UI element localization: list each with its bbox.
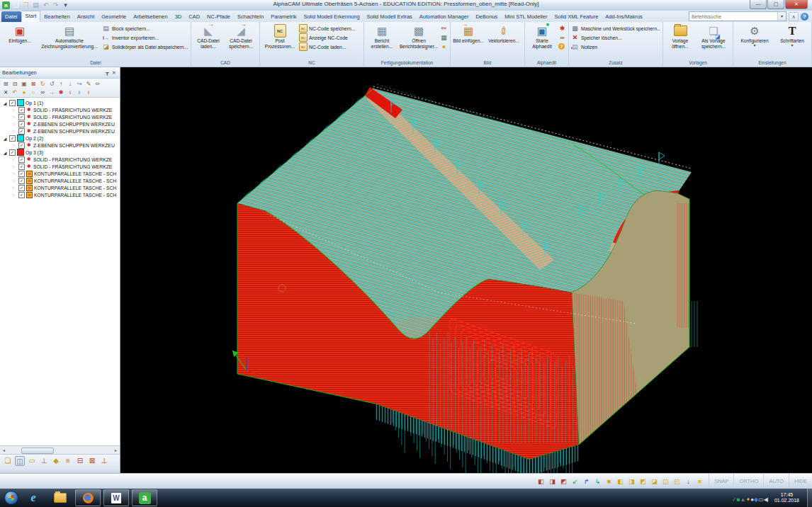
simulate-icon[interactable]: ▣ [20, 80, 28, 88]
checkbox[interactable] [9, 149, 16, 156]
view-top-icon[interactable]: ◧ [536, 477, 546, 486]
paste-button[interactable]: Einfügen... [3, 23, 37, 59]
numbers-icon[interactable]: ≡ [63, 456, 73, 466]
expander-icon[interactable]: ▷ [11, 186, 17, 190]
tool-display-icon[interactable]: ◆ [51, 456, 61, 466]
refresh-icon[interactable]: ↺ [47, 80, 56, 88]
expander-icon[interactable]: ▷ [11, 171, 17, 176]
show-desktop-button[interactable] [807, 489, 812, 507]
checkbox[interactable] [9, 100, 16, 106]
tree-operation-row[interactable]: ▷SOLID - FRÄSRICHTUNG WERKZE [0, 113, 120, 120]
tree-operation-row[interactable]: ▷KONTURPARALLELE TASCHE - SCH [0, 170, 120, 177]
tree-operation-row[interactable]: ▷SOLID - FRÄSRICHTUNG WERKZE [0, 163, 120, 170]
cube-side-icon[interactable]: ◩ [638, 477, 648, 486]
search-dropdown-icon[interactable] [777, 12, 786, 21]
tree-operation-row[interactable]: ▷KONTURPARALLELE TASCHE - SCH [0, 191, 120, 198]
undo-icon[interactable]: ↶ [11, 89, 19, 96]
edit-report-icon[interactable] [440, 25, 448, 33]
cad-save-button[interactable]: CAD-Datei speichern... [225, 23, 257, 59]
tree-op-row[interactable]: ◢Op 1 (1) [0, 99, 120, 106]
plane-icon[interactable]: ■ [695, 477, 704, 486]
delete-operation-icon[interactable]: ⊠ [29, 80, 38, 88]
create-report-button[interactable]: Bericht erstellen... [366, 23, 397, 59]
stock-icon[interactable]: ⊟ [75, 456, 85, 466]
tab-automation-manager[interactable]: Automation Manager [416, 11, 473, 22]
solid-view-icon[interactable]: ▭ [27, 456, 37, 466]
insert-image-button[interactable]: Bild einfügen... [453, 23, 484, 59]
tree-operation-row[interactable]: ▷SOLID - FRÄSRICHTUNG WERKZE [0, 106, 120, 113]
tree-operation-row[interactable]: ▷Z-EBENEN SCHRUPPEN WERKZEU [0, 142, 120, 149]
start-alphaedit-button[interactable]: Starte Alphaedit [527, 23, 557, 59]
post-processors-button[interactable]: Post Prozessoren... [262, 23, 298, 59]
expander-icon[interactable]: ◢ [2, 150, 8, 155]
close-panel-icon[interactable] [111, 70, 118, 76]
inventor-export-button[interactable]: Inventor exportieren... [102, 33, 188, 42]
goto-number-icon[interactable]: → [47, 89, 56, 96]
maximize-button[interactable]: ▢ [767, 0, 784, 9]
checkbox[interactable] [18, 107, 25, 113]
tab-geometrie[interactable]: Geometrie [98, 11, 130, 22]
tab-solid-modell-extras[interactable]: Solid Modell Extras [363, 11, 416, 22]
scrollbar-thumb[interactable] [21, 448, 54, 454]
cube-bottom-icon[interactable]: ◰ [672, 477, 682, 486]
checkbox[interactable] [18, 178, 25, 184]
toggle-ortho[interactable]: ORTHO [733, 474, 763, 489]
taskbar-internet-explorer[interactable] [21, 490, 45, 506]
checkbox[interactable] [18, 156, 25, 163]
scroll-right-icon[interactable]: ► [112, 447, 120, 454]
checkbox[interactable] [18, 164, 25, 170]
expander-icon[interactable]: ▷ [11, 108, 17, 112]
open-report-designer-button[interactable]: Öffnen Berichtsdesigner... [399, 23, 439, 59]
expander-icon[interactable]: ▷ [11, 157, 17, 161]
expander-icon[interactable]: ▷ [11, 115, 17, 119]
layers-icon[interactable]: ❏ [3, 456, 13, 466]
expander-icon[interactable]: ◢ [2, 101, 8, 106]
expander-icon[interactable]: ▷ [11, 129, 17, 133]
scroll-left-icon[interactable]: ◄ [0, 447, 8, 454]
search-input[interactable] [689, 14, 777, 19]
tree-operation-row[interactable]: ▷KONTURPARALLELE TASCHE - SCH [0, 177, 120, 184]
network-tray-icon[interactable]: ▭ [758, 496, 764, 503]
expander-icon[interactable]: ▷ [11, 164, 17, 169]
checkbox[interactable] [18, 114, 25, 120]
tree-op-row[interactable]: ◢Op 3 (3) [0, 149, 120, 156]
checkbox[interactable] [18, 171, 25, 177]
view-front-icon[interactable]: ◨ [548, 477, 557, 486]
unlock-icon[interactable]: ○ [29, 89, 38, 96]
toggle-auto[interactable]: AUTO [763, 474, 789, 489]
tab-nc-pfade[interactable]: NC-Pfade [203, 11, 234, 22]
tree-op-row[interactable]: ◢Op 2 (2) [0, 135, 120, 142]
info-1-icon[interactable]: i [66, 89, 74, 96]
clamp-icon[interactable]: ⊥ [39, 456, 49, 466]
report-table-icon[interactable] [440, 34, 448, 42]
help-icon[interactable] [801, 13, 808, 21]
taskbar-clock[interactable]: 17:45 01.02.2018 [774, 492, 799, 504]
save-solid-as-file-button[interactable]: Solidkörper als Datei abspeichern... [102, 42, 188, 51]
tab-arbeitsebenen[interactable]: Arbeitsebenen [130, 11, 171, 22]
tab-start[interactable]: Start [21, 11, 41, 22]
edit-icon[interactable]: ✎ [84, 80, 93, 88]
move-down-icon[interactable]: ↓ [66, 80, 74, 88]
tab-mini-stl-modeller[interactable]: Mini STL Modeller [501, 11, 551, 22]
checkbox[interactable] [18, 192, 25, 198]
collapse-all-icon[interactable]: ⊟ [11, 80, 19, 88]
horizontal-scrollbar[interactable]: ◄ ► [0, 445, 120, 454]
notes-button[interactable]: Notizen [571, 42, 660, 51]
tree-operation-row[interactable]: ▷Z-EBENEN SCHRUPPEN WERKZEU [0, 127, 120, 135]
alphaedit-tool-icon[interactable] [558, 25, 566, 33]
clear-memory-button[interactable]: Speicher löschen... [571, 33, 660, 42]
tool-change-icon[interactable]: ✱ [57, 89, 65, 96]
expand-all-icon[interactable]: ⊞ [1, 80, 10, 88]
tab-bearbeiten[interactable]: Bearbeiten [40, 11, 73, 22]
pin-icon[interactable] [103, 70, 111, 76]
auto-drawing-conversion-button[interactable]: Automatische Zeichnungskonvertierung... [38, 23, 101, 59]
checkbox[interactable] [18, 142, 25, 149]
cube-back-icon[interactable]: ◪ [650, 477, 659, 486]
taskbar-firefox[interactable] [75, 489, 101, 506]
axis-xyz-icon[interactable]: ↱ [582, 477, 591, 486]
report-help-icon[interactable] [440, 43, 448, 51]
tab-parametrik[interactable]: Parametrik [267, 11, 300, 22]
alphaedit-help-icon[interactable] [558, 43, 565, 50]
checkbox[interactable] [18, 185, 25, 191]
machine-icon[interactable]: ⊠ [87, 456, 97, 466]
